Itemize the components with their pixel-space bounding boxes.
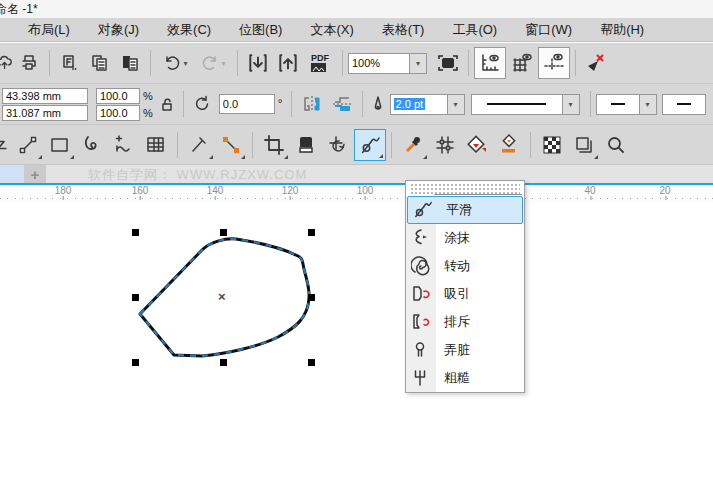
pages-icon[interactable] xyxy=(568,129,600,161)
paste-icon[interactable] xyxy=(115,48,145,78)
paste-special-icon[interactable] xyxy=(55,48,85,78)
ruler-number: 40 xyxy=(584,185,595,196)
zoom-level-combo[interactable]: 100% ▾ xyxy=(348,53,427,74)
connector-icon[interactable] xyxy=(215,129,247,161)
selection-handle-bottom-mid[interactable] xyxy=(220,359,227,366)
freehand-icon[interactable] xyxy=(12,129,44,161)
document-tab[interactable] xyxy=(0,165,24,183)
menu-table[interactable]: 表格(T) xyxy=(368,18,439,41)
document-title: 命名 -1* xyxy=(0,1,38,18)
mesh-fill-icon[interactable] xyxy=(429,129,461,161)
smooth-tool-icon[interactable] xyxy=(354,129,386,161)
horizontal-ruler: 180 160 140 120 100 80 60 40 20 xyxy=(0,185,713,203)
menu-bitmaps[interactable]: 位图(B) xyxy=(225,18,296,41)
selection-handle-top-mid[interactable] xyxy=(220,229,227,236)
toolbox-bar xyxy=(0,125,713,165)
toggle-rulers-icon[interactable] xyxy=(474,47,506,79)
line-style-preview[interactable] xyxy=(471,94,563,115)
cloud-upload-icon[interactable] xyxy=(0,48,14,78)
undo-dropdown-icon[interactable]: ▾ xyxy=(183,59,187,68)
shape-edit-partial-icon[interactable] xyxy=(0,129,12,161)
object-height-field[interactable]: 31.087 mm xyxy=(2,105,88,121)
menu-object[interactable]: 对象(J) xyxy=(84,18,153,41)
selection-handle-mid-left[interactable] xyxy=(132,294,139,301)
zoom-dropdown-icon[interactable]: ▾ xyxy=(410,53,427,74)
scale-x-field[interactable]: 100.0 xyxy=(96,88,140,104)
menu-layout[interactable]: 布局(L) xyxy=(14,18,84,41)
ruler-number: 160 xyxy=(132,185,149,196)
crop-icon[interactable] xyxy=(258,129,290,161)
smart-fill-icon[interactable] xyxy=(461,129,493,161)
pattern-icon[interactable] xyxy=(536,129,568,161)
line-style-combo[interactable]: ▾ xyxy=(471,94,580,115)
selection-handle-top-left[interactable] xyxy=(132,229,139,236)
menu-window[interactable]: 窗口(W) xyxy=(511,18,586,41)
eraser-icon[interactable] xyxy=(290,129,322,161)
selected-shape[interactable] xyxy=(130,230,330,370)
arrow-start-preview[interactable] xyxy=(596,94,640,115)
outline-width-field[interactable]: 2.0 pt xyxy=(390,94,448,115)
pdf-icon[interactable]: PDF xyxy=(303,48,337,78)
outline-width-combo[interactable]: 2.0 pt ▾ xyxy=(390,94,465,115)
menu-help[interactable]: 帮助(H) xyxy=(586,18,658,41)
zoom-level-value[interactable]: 100% xyxy=(348,53,410,74)
menu-effects[interactable]: 效果(C) xyxy=(153,18,225,41)
arrow-end-combo[interactable] xyxy=(662,94,706,115)
title-bar: 命名 -1* xyxy=(0,0,713,18)
arrow-end-preview[interactable] xyxy=(662,94,706,115)
selection-handle-bottom-right[interactable] xyxy=(308,359,315,366)
redo-dropdown-icon[interactable]: ▾ xyxy=(221,59,225,68)
eyedropper-icon[interactable] xyxy=(397,129,429,161)
snap-off-icon[interactable] xyxy=(581,48,611,78)
flyout-item-roughen[interactable]: 粗糙 xyxy=(406,364,524,392)
flyout-item-smear[interactable]: 弄脏 xyxy=(406,336,524,364)
menu-tools[interactable]: 工具(O) xyxy=(438,18,511,41)
degree-label: ° xyxy=(278,97,283,111)
arrow-start-combo[interactable]: ▾ xyxy=(596,94,657,115)
smart-drawing-icon[interactable] xyxy=(183,129,215,161)
selection-handle-bottom-left[interactable] xyxy=(132,359,139,366)
flyout-item-smooth[interactable]: 平滑 xyxy=(407,196,523,224)
selection-handle-top-right[interactable] xyxy=(308,229,315,236)
flyout-grip[interactable] xyxy=(410,183,520,194)
print-icon[interactable] xyxy=(14,48,44,78)
object-width-field[interactable]: 43.398 mm xyxy=(2,88,88,104)
selection-handle-mid-right[interactable] xyxy=(308,294,315,301)
drawing-canvas[interactable]: × xyxy=(0,202,713,489)
zoom-tool-icon[interactable] xyxy=(600,129,632,161)
flyout-item-twirl[interactable]: 转动 xyxy=(406,252,524,280)
menu-text[interactable]: 文本(X) xyxy=(296,18,367,41)
separator xyxy=(362,91,363,117)
rotation-angle-field[interactable]: 0.0 xyxy=(219,94,275,114)
undo-icon[interactable]: ▾ xyxy=(156,48,194,78)
fullscreen-preview-icon[interactable] xyxy=(433,48,463,78)
rectangle-icon[interactable] xyxy=(44,129,76,161)
scale-fields: 100.0 % 100.0 % xyxy=(96,88,156,121)
line-style-dropdown-icon[interactable]: ▾ xyxy=(563,94,580,115)
redo-icon[interactable]: ▾ xyxy=(194,48,232,78)
arrow-start-dropdown-icon[interactable]: ▾ xyxy=(640,94,657,115)
unlock-ratio-icon[interactable] xyxy=(156,89,178,119)
toggle-grid-icon[interactable] xyxy=(506,47,538,79)
color-applicator-icon[interactable] xyxy=(493,129,525,161)
table-icon[interactable] xyxy=(140,129,172,161)
free-transform-icon[interactable] xyxy=(322,129,354,161)
document-tab-bar: + 软件自学网： WWW.RJZXW.COM xyxy=(0,165,713,183)
repel-icon xyxy=(406,312,436,332)
shape-edit-flyout: 平滑 涂抹 转动 吸引 xyxy=(405,180,525,393)
add-tab-button[interactable]: + xyxy=(24,165,46,183)
outline-width-dropdown-icon[interactable]: ▾ xyxy=(448,94,465,115)
mirror-horizontal-icon[interactable] xyxy=(297,89,327,119)
flyout-item-repel[interactable]: 排斥 xyxy=(406,308,524,336)
copy-icon[interactable] xyxy=(85,48,115,78)
mirror-vertical-icon[interactable] xyxy=(327,89,357,119)
flyout-item-attract[interactable]: 吸引 xyxy=(406,280,524,308)
flyout-item-smudge[interactable]: 涂抹 xyxy=(406,224,524,252)
scale-y-field[interactable]: 100.0 xyxy=(96,105,140,121)
toggle-guidelines-icon[interactable] xyxy=(538,47,570,79)
percent-label: % xyxy=(143,90,153,102)
curve-icon[interactable] xyxy=(76,129,108,161)
import-icon[interactable] xyxy=(243,48,273,78)
export-icon[interactable] xyxy=(273,48,303,78)
artistic-media-icon[interactable] xyxy=(108,129,140,161)
